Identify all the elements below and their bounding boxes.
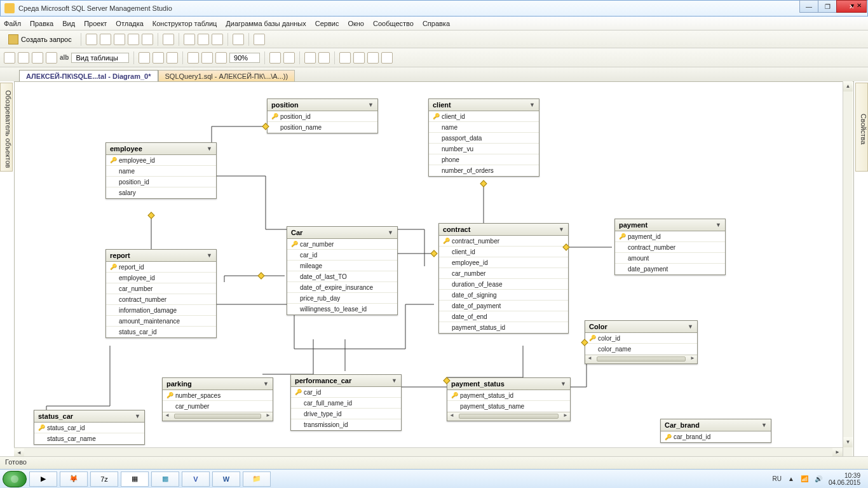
table-payment-status[interactable]: payment_status▼ 🔑payment_status_idpaymen… <box>447 377 571 421</box>
taskbar-word-icon[interactable]: W <box>212 471 240 487</box>
toolbar-icon[interactable] <box>18 52 29 64</box>
toolbar-icon[interactable] <box>4 52 15 64</box>
column-row[interactable]: date_of_payment <box>439 301 568 311</box>
column-row[interactable]: 🔑payment_id <box>615 231 725 242</box>
taskbar-ssms-icon[interactable]: ▦ <box>121 471 149 487</box>
open-icon[interactable] <box>184 34 195 45</box>
column-row[interactable]: status_car_name <box>34 433 144 444</box>
column-row[interactable]: car_number <box>439 268 568 279</box>
menu-help[interactable]: Справка <box>423 20 450 27</box>
properties-tab[interactable]: Свойства <box>855 83 868 172</box>
maximize-button[interactable]: ❐ <box>818 0 837 13</box>
tray-sound-icon[interactable]: 🔊 <box>815 475 822 482</box>
table-parking[interactable]: parking▼ 🔑number_spacescar_number <box>162 377 273 421</box>
column-row[interactable]: date_of_expire_insurance <box>287 282 397 293</box>
scrollbar[interactable] <box>163 412 273 421</box>
new-query-button[interactable]: Создать запрос <box>4 32 76 46</box>
save-all-icon[interactable] <box>212 34 223 45</box>
column-row[interactable]: date_of_end <box>439 311 568 322</box>
diagram-canvas[interactable]: employee▼ 🔑employee_idnameposition_idsal… <box>14 81 854 459</box>
toolbar-icon[interactable] <box>32 52 43 64</box>
column-row[interactable]: car_id <box>287 250 397 261</box>
tray-lang[interactable]: RU <box>773 475 782 482</box>
column-row[interactable]: information_damage <box>106 305 216 316</box>
taskbar-folder-icon[interactable]: 📁 <box>243 471 271 487</box>
menu-view[interactable]: Вид <box>62 20 75 27</box>
column-row[interactable]: mileage <box>287 261 397 271</box>
table-employee[interactable]: employee▼ 🔑employee_idnameposition_idsal… <box>105 142 217 199</box>
column-row[interactable]: salary <box>106 187 216 198</box>
toolbar-icon[interactable] <box>187 52 199 64</box>
taskbar-app[interactable]: ▶ <box>29 471 57 487</box>
column-row[interactable]: willingness_to_lease_id <box>287 304 397 315</box>
taskbar-7zip-icon[interactable]: 7z <box>90 471 118 487</box>
toolbar-icon[interactable] <box>215 52 227 64</box>
taskbar-visio-icon[interactable]: V <box>182 471 210 487</box>
toolbar-icon[interactable] <box>139 52 150 64</box>
table-report[interactable]: report▼ 🔑report_idemployee_idcar_numberc… <box>105 249 217 338</box>
table-contract[interactable]: contract▼ 🔑contract_numberclient_idemplo… <box>438 223 569 334</box>
toolbar-icon[interactable] <box>86 34 97 45</box>
toolbar-icon[interactable] <box>269 52 281 64</box>
column-row[interactable]: 🔑position_id <box>268 111 377 122</box>
column-row[interactable]: client_id <box>439 247 568 257</box>
column-row[interactable]: 🔑contract_number <box>439 236 568 247</box>
column-row[interactable]: 🔑car_number <box>287 239 397 250</box>
taskbar-app[interactable]: ▩ <box>151 471 179 487</box>
column-row[interactable]: number_vu <box>429 144 539 154</box>
column-row[interactable]: price_rub_day <box>287 293 397 304</box>
dropdown-icon[interactable]: ▾ <box>851 2 854 9</box>
column-row[interactable]: phone <box>429 154 539 165</box>
column-row[interactable]: position_id <box>106 177 216 187</box>
column-row[interactable]: 🔑employee_id <box>106 155 216 166</box>
toolbar-icon[interactable] <box>142 34 153 45</box>
column-row[interactable]: amount_maintenance <box>106 316 216 327</box>
toolbar-icon[interactable] <box>100 34 111 45</box>
menu-table-designer[interactable]: Конструктор таблиц <box>153 20 217 27</box>
column-row[interactable]: passport_data <box>429 133 539 144</box>
table-car-brand[interactable]: Car_brand▼ 🔑car_brand_id <box>660 419 771 443</box>
table-car[interactable]: Car▼ 🔑car_numbercar_idmileagedate_of_las… <box>287 226 398 315</box>
menu-debug[interactable]: Отладка <box>116 20 143 27</box>
toolbar-icon[interactable] <box>254 34 265 45</box>
taskbar-firefox-icon[interactable]: 🦊 <box>60 471 88 487</box>
menu-window[interactable]: Окно <box>348 20 364 27</box>
scrollbar[interactable] <box>447 412 570 421</box>
vertical-scrollbar[interactable]: ▲▼ <box>843 81 853 458</box>
column-row[interactable]: employee_id <box>106 273 216 283</box>
toolbar-icon[interactable] <box>353 52 365 64</box>
system-tray[interactable]: RU ▲ 📶 🔊 10:39 04.06.2015 <box>773 472 865 486</box>
column-row[interactable]: employee_id <box>439 257 568 268</box>
column-row[interactable]: contract_number <box>106 294 216 305</box>
column-row[interactable]: drive_type_id <box>291 409 401 419</box>
toolbar-icon[interactable] <box>283 52 295 64</box>
toolbar-icon[interactable] <box>233 34 244 45</box>
start-button[interactable] <box>3 471 27 487</box>
object-explorer-tab[interactable]: Обозреватель объектов <box>0 83 13 172</box>
column-row[interactable]: position_name <box>268 122 377 133</box>
column-row[interactable]: car_number <box>106 283 216 294</box>
column-row[interactable]: duration_of_lease <box>439 279 568 290</box>
menu-file[interactable]: Файл <box>4 20 21 27</box>
toolbar-icon[interactable] <box>381 52 393 64</box>
column-row[interactable]: 🔑car_brand_id <box>661 431 771 442</box>
toolbar-icon[interactable] <box>114 34 125 45</box>
column-row[interactable]: status_car_id <box>106 327 216 337</box>
table-status-car[interactable]: status_car▼ 🔑status_car_idstatus_car_nam… <box>34 410 145 445</box>
toolbar-icon[interactable] <box>166 52 178 64</box>
toolbar-icon[interactable] <box>128 34 139 45</box>
toolbar-icon[interactable] <box>163 34 174 45</box>
column-row[interactable]: name <box>106 166 216 177</box>
column-row[interactable]: contract_number <box>615 242 725 253</box>
column-row[interactable]: 🔑report_id <box>106 262 216 273</box>
column-row[interactable]: 🔑status_car_id <box>34 423 144 433</box>
column-row[interactable]: 🔑payment_status_id <box>447 390 570 401</box>
table-client[interactable]: client▼ 🔑client_idnamepassport_datanumbe… <box>428 98 539 177</box>
toolbar-icon[interactable] <box>318 52 330 64</box>
view-tables-dropdown[interactable]: Вид таблицы <box>71 53 129 63</box>
zoom-dropdown[interactable]: 90% <box>229 53 260 63</box>
column-row[interactable]: payment_status_name <box>447 401 570 412</box>
column-row[interactable]: 🔑color_id <box>585 333 697 344</box>
column-row[interactable]: car_number <box>163 401 273 412</box>
table-performance-car[interactable]: performance_car▼ 🔑car_idcar_full_name_id… <box>290 374 402 431</box>
